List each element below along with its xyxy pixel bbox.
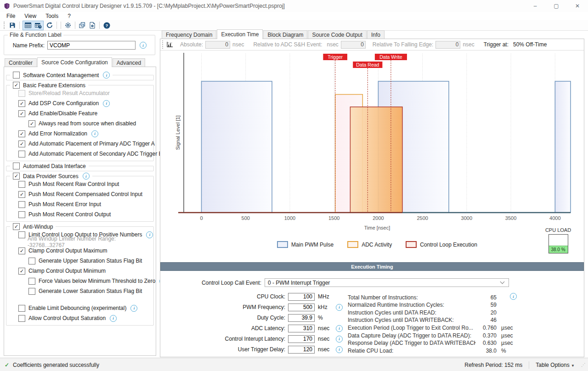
add-error-normalization-info-icon[interactable]: i <box>91 130 98 137</box>
file-function-group: File & Function Label Name Prefix: i <box>4 35 155 55</box>
checkbox-row-store-reload-result-accumulator: Store/Reload Result Accumulator <box>6 88 153 98</box>
enable-limit-debouncing-experimental-info-icon[interactable]: i <box>130 305 137 312</box>
tab-source-code-configuration[interactable]: Source Code Configuration <box>37 57 112 67</box>
allow-control-output-saturation-info-icon[interactable]: i <box>110 315 117 322</box>
field-input-adc-latency[interactable] <box>288 325 315 332</box>
table-view-icon[interactable] <box>23 21 33 30</box>
checkbox-generate-lower-saturation-status-flag-bit[interactable] <box>28 288 35 295</box>
absolute-input[interactable] <box>205 41 230 49</box>
adc-latency-info-icon[interactable]: i <box>336 325 343 332</box>
field-input-cpu-clock[interactable] <box>288 293 315 301</box>
table-clock-view-icon[interactable] <box>33 21 43 30</box>
menu-tools[interactable]: Tools <box>41 12 63 20</box>
checkbox-anti-windup[interactable]: ✓ <box>13 223 20 230</box>
field-input-pwm-frequency[interactable] <box>288 304 315 311</box>
field-row-duty-cycle: Duty Cycle:% <box>160 314 332 322</box>
export-document-icon[interactable] <box>87 21 97 30</box>
field-input-user-trigger-delay[interactable] <box>288 346 315 354</box>
toolbar-grip[interactable] <box>4 22 5 29</box>
export-window-icon[interactable] <box>77 21 87 30</box>
checkbox-add-enable-disable-feature[interactable]: ✓ <box>18 110 25 117</box>
title-bar: PowerSmart Digital Control Library Desig… <box>0 0 588 12</box>
tab-source-code-output[interactable]: Source Code Output <box>308 30 366 39</box>
legend-item-adc-activity: ADC Activity <box>347 241 392 248</box>
left-tab-strip: ControllerSource Code ConfigurationAdvan… <box>5 58 146 67</box>
stat-value: 38.0 <box>475 348 497 354</box>
settings-icon[interactable] <box>63 21 73 30</box>
tab-block-diagram[interactable]: Block Diagram <box>263 30 307 39</box>
relative-adc-input[interactable] <box>341 41 366 49</box>
trigger-at-dropdown[interactable]: 50% Off-Time <box>513 41 547 48</box>
stat-row-normalized-runtime-instruction-cycles: Normalized Runtime Instruction Cycles:59 <box>348 302 519 309</box>
tab-info[interactable]: Info <box>367 30 384 39</box>
checkbox-allow-control-output-saturation[interactable] <box>18 315 25 322</box>
name-prefix-input[interactable] <box>47 41 136 50</box>
tab-execution-time[interactable]: Execution Time <box>217 29 263 39</box>
group-data-provider-sources: ✓Data Provider SourcesiPush Most Recent … <box>6 176 154 222</box>
field-input-control-interupt-latency[interactable] <box>288 335 315 343</box>
checkbox-row-add-enable-disable-feature: ✓Add Enable/Disable Feature <box>6 108 153 118</box>
tab-advanced[interactable]: Advanced <box>113 58 145 67</box>
stat-unit: µsec <box>497 340 519 346</box>
timing-chart-canvas: TriggerData ReadData Write05001000150020… <box>160 51 582 259</box>
checkbox-push-most-recent-compensated-control-input[interactable]: ✓ <box>18 191 25 198</box>
toolbar-separator <box>19 22 20 29</box>
field-row-cpu-clock: CPU Clock:MHz <box>160 292 332 301</box>
resize-grip[interactable]: ⋰ <box>581 362 585 367</box>
table-options-button[interactable]: Table Options ▼ <box>536 362 575 368</box>
stat-value: 59 <box>475 302 497 308</box>
menu-[interactable]: ? <box>63 12 75 20</box>
minimize-button[interactable]: – <box>525 0 546 12</box>
checkbox-push-most-recent-control-output[interactable] <box>18 211 25 218</box>
checkbox-basic-feature-extensions[interactable]: ✓ <box>13 82 20 89</box>
checkbox-limit-control-loop-output-to-positive-numbers[interactable] <box>18 231 25 238</box>
menu-view[interactable]: View <box>20 12 41 20</box>
checkbox-row-anti-windup: ✓Anti-Windup <box>6 224 153 230</box>
checkbox-always-read-from-source-when-disabled[interactable]: ✓ <box>28 120 35 127</box>
save-icon[interactable] <box>7 21 17 30</box>
data-provider-sources-info-icon[interactable]: i <box>83 173 90 180</box>
call-event-label: Control Loop Call Event: <box>160 280 261 286</box>
checkbox-add-automatic-placement-of-secondary-adc-trigger-b[interactable] <box>18 151 25 157</box>
checkbox-row-basic-feature-extensions: ✓Basic Feature Extensions <box>6 82 153 88</box>
checkbox-add-automatic-placement-of-primary-adc-trigger-a[interactable]: ✓ <box>18 141 25 147</box>
field-label: Duty Cycle: <box>160 315 285 321</box>
checkbox-add-dsp-core-configuration[interactable]: ✓ <box>18 100 25 107</box>
field-unit: MHz <box>318 293 332 300</box>
checkbox-automated-data-interface[interactable] <box>13 163 20 169</box>
checkbox-force-values-below-minimum-threshold-to-zero[interactable] <box>28 278 35 285</box>
call-event-dropdown[interactable]: 0 - PWM Interrupt Trigger <box>265 278 509 287</box>
maximize-button[interactable]: ▢ <box>546 0 567 12</box>
refresh-icon[interactable] <box>45 21 55 30</box>
tab-controller[interactable]: Controller <box>5 58 37 67</box>
checkbox-push-most-recent-error-input[interactable] <box>18 201 25 208</box>
chart-settings-icon[interactable] <box>166 40 173 49</box>
close-button[interactable]: ✕ <box>567 0 588 12</box>
tab-frequency-domain[interactable]: Frequency Domain <box>162 30 216 39</box>
chart-toolbar-grip[interactable] <box>162 40 163 49</box>
checkbox-row-allow-control-output-saturation: Allow Control Output Saturationi <box>6 313 153 323</box>
checkbox-push-most-recent-raw-control-input[interactable] <box>18 181 25 188</box>
falling-edge-input[interactable] <box>435 41 460 49</box>
checkbox-software-context-management[interactable] <box>13 72 20 79</box>
checkbox-clamp-control-output-maximum[interactable]: ✓ <box>18 247 25 254</box>
field-unit: nsec <box>318 346 332 353</box>
menu-bar: FileViewTools? <box>0 12 588 20</box>
checkbox-enable-limit-debouncing-experimental[interactable] <box>18 305 25 312</box>
menu-file[interactable]: File <box>2 12 20 20</box>
help-icon[interactable]: ? <box>102 21 112 30</box>
name-prefix-info-icon[interactable]: i <box>140 42 147 49</box>
checkbox-label: Store/Reload Result Accumulator <box>28 90 110 96</box>
checkbox-data-provider-sources[interactable]: ✓ <box>13 173 20 180</box>
checkbox-row-add-dsp-core-configuration: ✓Add DSP Core Configurationi <box>6 98 153 108</box>
software-context-management-info-icon[interactable]: i <box>103 72 110 79</box>
checkbox-add-error-normalization[interactable]: ✓ <box>18 130 25 137</box>
checkbox-generate-upper-saturation-status-flag-bit[interactable] <box>28 258 35 264</box>
control-interupt-latency-info-icon[interactable]: i <box>336 336 343 343</box>
checkbox-clamp-control-output-minimum[interactable]: ✓ <box>18 268 25 275</box>
add-dsp-core-configuration-info-icon[interactable]: i <box>103 100 110 107</box>
field-input-duty-cycle[interactable] <box>288 314 315 322</box>
field-row-control-interupt-latency: Control Interupt Latency:nseci <box>160 335 343 343</box>
user-trigger-delay-info-icon[interactable]: i <box>336 346 343 353</box>
pwm-frequency-info-icon[interactable]: i <box>336 304 343 311</box>
